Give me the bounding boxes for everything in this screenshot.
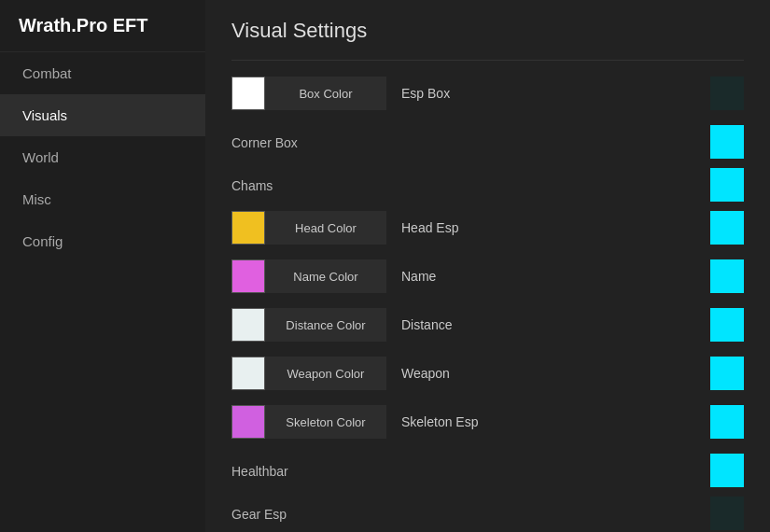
name-color-row: Name Color Name xyxy=(231,257,744,296)
skeleton-color-swatch[interactable] xyxy=(231,405,265,439)
skeleton-esp-label: Skeleton Esp xyxy=(386,414,710,429)
skeleton-color-button[interactable]: Skeleton Color xyxy=(265,405,386,439)
healthbar-row: Healthbar xyxy=(231,451,744,490)
weapon-color-button[interactable]: Weapon Color xyxy=(265,357,386,390)
healthbar-toggle[interactable] xyxy=(710,454,744,487)
head-color-row: Head Color Head Esp xyxy=(231,208,744,247)
page-title: Visual Settings xyxy=(231,19,744,43)
head-color-swatch[interactable] xyxy=(231,211,265,245)
app-title: Wrath.Pro EFT xyxy=(0,0,205,52)
box-color-row: Box Color Esp Box xyxy=(231,74,744,113)
skeleton-esp-toggle[interactable] xyxy=(710,405,744,439)
esp-box-label: Esp Box xyxy=(386,86,710,101)
sidebar-item-visuals[interactable]: Visuals xyxy=(0,94,205,136)
name-color-swatch[interactable] xyxy=(231,259,265,293)
corner-box-row: Corner Box xyxy=(231,122,744,161)
main-content: Visual Settings Box Color Esp Box Corner… xyxy=(205,0,770,532)
box-color-group: Box Color xyxy=(231,77,386,110)
box-color-button[interactable]: Box Color xyxy=(265,77,386,110)
skeleton-color-row: Skeleton Color Skeleton Esp xyxy=(231,402,744,441)
distance-color-swatch[interactable] xyxy=(231,308,265,342)
weapon-toggle[interactable] xyxy=(710,357,744,390)
head-color-button[interactable]: Head Color xyxy=(265,211,386,245)
gear-esp-label: Gear Esp xyxy=(231,496,287,531)
chams-label: Chams xyxy=(231,167,273,203)
distance-color-button[interactable]: Distance Color xyxy=(265,308,386,342)
head-esp-toggle[interactable] xyxy=(710,211,744,245)
gear-esp-toggle[interactable] xyxy=(710,497,744,530)
name-label: Name xyxy=(386,269,710,284)
sidebar: Wrath.Pro EFT Combat Visuals World Misc … xyxy=(0,0,205,532)
sidebar-item-combat[interactable]: Combat xyxy=(0,52,205,94)
weapon-color-row: Weapon Color Weapon xyxy=(231,354,744,393)
divider xyxy=(231,60,744,61)
head-color-group: Head Color xyxy=(231,211,386,245)
distance-color-group: Distance Color xyxy=(231,308,386,342)
sidebar-item-config[interactable]: Config xyxy=(0,220,205,262)
sidebar-item-misc[interactable]: Misc xyxy=(0,178,205,220)
skeleton-color-group: Skeleton Color xyxy=(231,405,386,439)
distance-toggle[interactable] xyxy=(710,308,744,342)
esp-box-toggle[interactable] xyxy=(710,77,744,110)
sidebar-item-world[interactable]: World xyxy=(0,136,205,178)
distance-color-row: Distance Color Distance xyxy=(231,305,744,344)
chams-toggle[interactable] xyxy=(710,168,744,202)
weapon-label: Weapon xyxy=(386,366,710,381)
distance-label: Distance xyxy=(386,317,710,332)
head-esp-label: Head Esp xyxy=(386,220,710,235)
healthbar-label: Healthbar xyxy=(231,453,288,488)
corner-box-toggle[interactable] xyxy=(710,125,744,159)
box-color-swatch[interactable] xyxy=(231,77,265,110)
corner-box-label: Corner Box xyxy=(231,124,298,160)
name-toggle[interactable] xyxy=(710,259,744,293)
weapon-color-swatch[interactable] xyxy=(231,357,265,390)
gear-esp-row: Gear Esp xyxy=(231,494,744,532)
chams-row: Chams xyxy=(231,165,744,204)
name-color-group: Name Color xyxy=(231,259,386,293)
name-color-button[interactable]: Name Color xyxy=(265,259,386,293)
weapon-color-group: Weapon Color xyxy=(231,357,386,390)
